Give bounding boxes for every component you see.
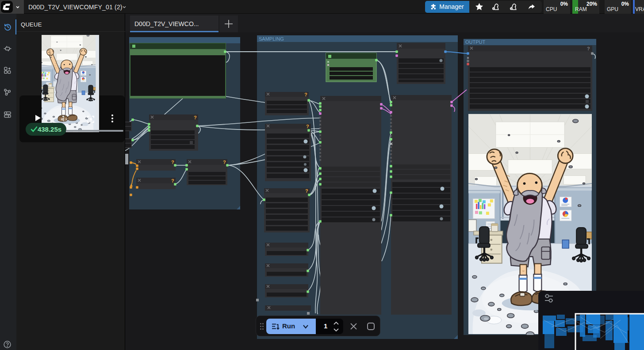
svg-text:SAMPLING: SAMPLING bbox=[259, 36, 284, 42]
svg-text:?: ? bbox=[305, 188, 308, 194]
svg-text:?: ? bbox=[171, 178, 174, 183]
svg-text:OUTPUT: OUTPUT bbox=[465, 39, 486, 45]
svg-text:?: ? bbox=[194, 115, 197, 120]
svg-text:?: ? bbox=[306, 124, 309, 129]
svg-text:D00D_T2V_VIEWCO...: D00D_T2V_VIEWCO... bbox=[134, 20, 199, 27]
svg-text:?: ? bbox=[171, 160, 174, 165]
svg-text:?: ? bbox=[304, 92, 307, 97]
svg-text:?: ? bbox=[223, 160, 226, 165]
svg-text:?: ? bbox=[587, 46, 590, 51]
